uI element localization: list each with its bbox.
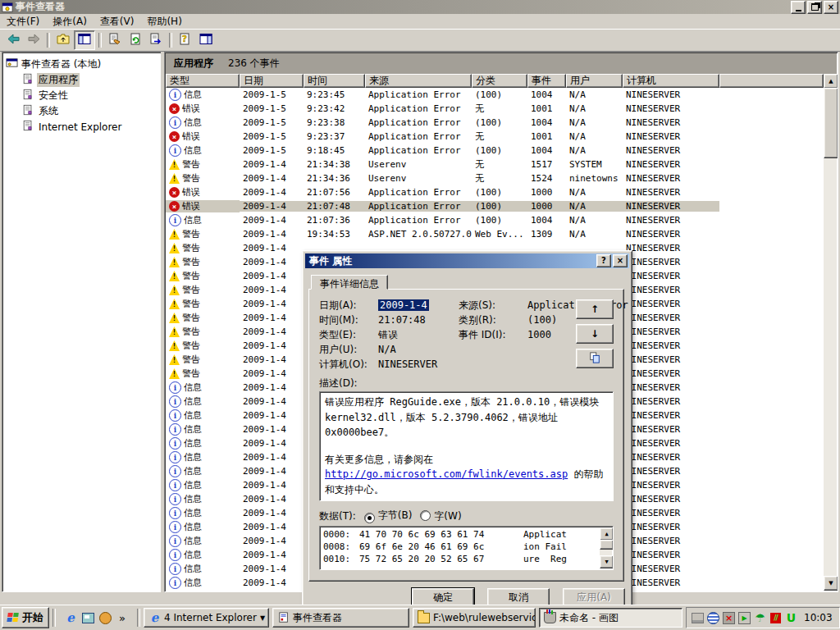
column-header-0[interactable]: 类型 [166, 74, 240, 88]
cell-类型: !警告 [166, 228, 240, 240]
table-row[interactable]: i信息2009-1-59:18:45Application Error(100)… [166, 144, 824, 158]
bytes-radio[interactable]: 字节(B) [364, 509, 413, 523]
list-vertical-scrollbar[interactable]: ▲ ▼ [824, 74, 837, 591]
copy-button[interactable] [576, 349, 614, 368]
close-button[interactable]: × [824, 1, 838, 14]
type-label: 信息 [184, 214, 202, 226]
back-button[interactable] [3, 31, 23, 49]
minimize-button[interactable] [791, 1, 806, 14]
type-label: 信息 [184, 521, 202, 533]
column-header-3[interactable]: 来源 [365, 74, 472, 88]
network-globe-icon[interactable] [707, 612, 719, 624]
taskbar-task-0[interactable]: e4 Internet Explorer▼ [144, 608, 269, 628]
cell-类型: i信息 [166, 395, 240, 408]
table-row[interactable]: !警告2009-1-421:34:38Userenv无1517SYSTEMNIN… [166, 158, 824, 171]
properties-button[interactable] [105, 31, 125, 49]
table-row[interactable]: i信息2009-1-59:23:45Application Error(100)… [166, 88, 824, 102]
forward-button[interactable] [24, 31, 43, 49]
scroll-down-icon[interactable]: ▼ [824, 576, 838, 591]
column-header-7[interactable]: 计算机 [623, 74, 719, 88]
sidebar-item-1[interactable]: 安全性 [21, 88, 162, 103]
type-label: 警告 [182, 340, 200, 352]
scroll-thumb[interactable] [824, 88, 838, 158]
input-method-icon[interactable] [692, 612, 704, 624]
help-button[interactable]: ? [176, 31, 195, 49]
table-row[interactable]: !警告2009-1-419:34:53ASP.NET 2.0.50727.0We… [166, 227, 824, 241]
show-tree-button[interactable] [74, 30, 95, 50]
type-label: 警告 [182, 326, 200, 338]
ultraedit-icon[interactable]: U [785, 612, 797, 624]
dialog-close-button[interactable]: × [613, 254, 628, 267]
dialog-titlebar[interactable]: 事件 属性 ? × [305, 253, 629, 268]
show-panel-button[interactable] [196, 31, 216, 49]
previous-event-button[interactable]: ↑ [576, 299, 614, 319]
table-row[interactable]: ×错误2009-1-421:07:48Application Error(100… [166, 199, 824, 213]
cell-计算机: NINESERVER [623, 187, 719, 198]
cell-分类: 无 [472, 158, 527, 171]
hex-scroll-down-icon[interactable]: ▼ [600, 555, 614, 568]
menu-item-3[interactable]: 帮助(H) [140, 14, 188, 30]
column-header-4[interactable]: 分类 [472, 74, 527, 88]
menu-item-0[interactable]: 文件(F) [0, 14, 46, 30]
cell-分类: (100) [472, 187, 527, 198]
database-running-icon[interactable]: ▶ [738, 612, 751, 624]
column-header-6[interactable]: 用户 [566, 74, 623, 88]
table-row[interactable]: ×错误2009-1-421:07:56Application Error(100… [166, 185, 824, 199]
type-label: 信息 [184, 423, 202, 436]
column-header-5[interactable]: 事件 [527, 74, 566, 88]
menu-item-1[interactable]: 操作(A) [46, 14, 94, 30]
type-label: 警告 [182, 298, 200, 310]
table-row[interactable]: ×错误2009-1-59:23:37Application Error无1001… [166, 130, 824, 144]
restore-button[interactable] [807, 1, 822, 14]
sql-stopped-icon[interactable]: × [723, 612, 735, 624]
table-row[interactable]: !警告2009-1-421:34:36Userenv无1524ninetowns… [166, 171, 824, 185]
taskbar-task-3[interactable]: 未命名 - 画图 [539, 608, 682, 628]
taskbar-task-2[interactable]: F:\web\rulewebservice [413, 608, 536, 628]
cell-计算机: NINESERVER [623, 550, 719, 560]
hex-scroll-thumb[interactable] [600, 540, 614, 550]
column-header-2[interactable]: 时间 [304, 74, 365, 88]
scroll-up-icon[interactable]: ▲ [824, 74, 838, 89]
toolbar-separator [98, 33, 102, 48]
cell-日期: 2009-1-4 [240, 215, 304, 226]
down-arrow-icon: ↓ [591, 328, 599, 340]
tree-root-item[interactable]: 事件查看器 (本地) [2, 56, 162, 72]
words-radio[interactable]: 字(W) [420, 509, 461, 523]
info-icon: i [169, 493, 181, 505]
taskbar-task-1[interactable]: 事件查看器 [272, 608, 409, 628]
sync-icon[interactable]: // [769, 612, 782, 624]
table-row[interactable]: ×错误2009-1-59:23:42Application Error无1001… [166, 102, 824, 116]
hex-scroll-up-icon[interactable]: ▲ [600, 527, 614, 541]
description-box[interactable]: 错误应用程序 RegGuide.exe，版本 21.0.0.10，错误模块 ke… [319, 391, 614, 501]
dialog-help-button[interactable]: ? [596, 254, 611, 267]
hex-bytes: 75 72 65 20 20 52 65 67 [359, 553, 523, 565]
overflow-chevron[interactable]: » [116, 611, 129, 624]
sidebar-item-0[interactable]: 应用程序 [21, 72, 162, 88]
antivirus-umbrella-icon[interactable]: ☂ [754, 612, 766, 624]
up-one-level-button[interactable] [53, 31, 73, 49]
hex-data-box[interactable]: 0000:41 70 70 6c 69 63 61 74Applicat0008… [319, 526, 614, 570]
show-desktop-icon[interactable] [81, 611, 94, 624]
sidebar-item-2[interactable]: 系统 [21, 103, 162, 119]
export-list-button[interactable] [146, 31, 166, 49]
launcher-icon[interactable] [98, 611, 112, 624]
hex-scrollbar[interactable]: ▲ ▼ [600, 527, 612, 568]
cell-来源: Application Error [365, 215, 472, 226]
table-row[interactable]: i信息2009-1-59:23:38Application Error(100)… [166, 116, 824, 130]
menu-item-2[interactable]: 查看(V) [94, 14, 141, 30]
next-event-button[interactable]: ↓ [576, 324, 614, 344]
cell-来源: Application Error [365, 201, 472, 212]
column-header-1[interactable]: 日期 [240, 74, 304, 88]
description-label: 描述(D): [319, 377, 614, 390]
window-titlebar[interactable]: 事件查看器 × [0, 0, 840, 14]
events-link[interactable]: http://go.microsoft.com/fwlink/events.as… [325, 468, 568, 480]
refresh-button[interactable] [126, 31, 145, 49]
table-row[interactable]: i信息2009-1-421:07:36Application Error(100… [166, 213, 824, 227]
sidebar-item-3[interactable]: Internet Explorer [21, 119, 162, 135]
type-label: 信息 [184, 144, 202, 157]
tab-event-details[interactable]: 事件详细信息 [311, 275, 388, 290]
start-button[interactable]: 开始 [2, 607, 49, 628]
desktop: 事件查看器 × 文件(F)操作(A)查看(V)帮助(H) ? 事件查看器 (本地… [0, 0, 840, 630]
warning-icon: ! [169, 340, 180, 351]
ie-icon[interactable]: e [64, 611, 77, 624]
